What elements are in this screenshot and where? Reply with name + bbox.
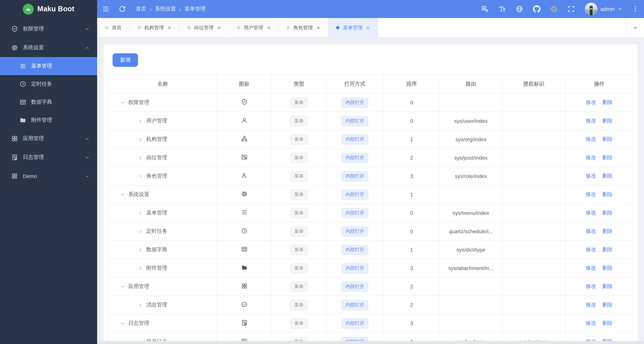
open-mode-badge: 内部打开 [341,300,368,310]
sort-value: 3 [384,314,440,332]
sidebar-item-app[interactable]: 应用管理 [0,129,97,148]
edit-link[interactable]: 修改 [586,301,596,307]
chevron-right-icon[interactable] [138,118,143,123]
tab-status-dot [138,26,141,29]
app-title: Maku Boot [37,5,74,13]
translate-icon[interactable] [481,5,489,13]
app-grid-icon [11,135,18,142]
edit-link[interactable]: 修改 [586,136,596,142]
delete-link[interactable]: 删除 [602,154,613,160]
globe-icon[interactable] [516,5,523,13]
tab-user[interactable]: 用户管理× [229,18,279,37]
sidebar-item-menu[interactable]: 菜单管理 [0,57,97,75]
sidebar-item-schedule[interactable]: 定时任务 [0,75,97,93]
sidebar-item-demo[interactable]: Demo [0,167,97,186]
gear-icon [241,191,247,197]
delete-link[interactable]: 删除 [602,191,613,197]
sidebar-item-log[interactable]: 日志管理 [0,148,97,167]
message-icon [241,301,247,307]
type-badge: 菜单 [290,208,308,218]
chevron-right-icon[interactable] [138,266,143,271]
menu-table: 名称图标类型打开方式排序路由授权标识操作 权限管理菜单内部打开0修改删除用户管理… [108,74,633,344]
sidebar-item-perms[interactable]: 权限管理 [0,20,97,38]
edit-link[interactable]: 修改 [586,320,596,326]
sidebar-item-attachment[interactable]: 附件管理 [0,111,97,129]
sidebar-item-system[interactable]: 系统设置 [0,38,97,57]
edit-link[interactable]: 修改 [586,191,596,197]
gitee-icon[interactable] [550,5,558,13]
chevron-right-icon[interactable] [138,229,143,234]
route-value: sys/org/index [440,130,502,148]
delete-link[interactable]: 删除 [602,265,613,271]
breadcrumb-separator: › [179,6,181,12]
horizontal-scrollbar[interactable] [97,341,644,344]
close-icon[interactable]: × [217,25,221,31]
delete-link[interactable]: 删除 [602,246,613,252]
chevron-up-icon [85,45,90,50]
delete-link[interactable]: 删除 [602,320,613,326]
delete-link[interactable]: 删除 [602,136,613,142]
chevron-right-icon[interactable] [138,174,143,179]
sort-value: 3 [384,259,440,277]
delete-link[interactable]: 删除 [602,228,613,234]
edit-link[interactable]: 修改 [586,210,596,216]
route-value [440,277,502,296]
chevron-down-icon [85,27,90,31]
sidebar-item-dict[interactable]: 数据字典 [0,93,97,111]
menu-name: 定时任务 [146,228,167,235]
close-icon[interactable]: × [366,25,370,31]
chevron-right-icon[interactable] [138,155,143,160]
close-icon[interactable]: × [267,25,270,31]
menu-name: 机构管理 [146,136,167,143]
tab-home[interactable]: 首页 [97,18,130,37]
delete-link[interactable]: 删除 [602,118,613,124]
kebab-menu-icon[interactable] [633,6,638,13]
add-button[interactable]: 新增 [112,53,138,67]
edit-link[interactable]: 修改 [586,118,596,124]
edit-link[interactable]: 修改 [586,265,596,271]
tab-menu[interactable]: 菜单管理× [328,18,378,37]
table-row: 消息管理菜单内部打开2修改删除 [108,296,633,314]
menu-fold-icon[interactable] [102,5,110,13]
close-icon[interactable]: × [316,25,320,31]
user-menu[interactable]: admin [585,3,622,16]
chevron-down-icon[interactable] [120,192,125,197]
demo-grid-icon [11,173,18,180]
tab-role[interactable]: 角色管理× [279,18,328,37]
edit-link[interactable]: 修改 [586,228,596,234]
delete-link[interactable]: 删除 [602,283,613,289]
font-size-icon[interactable] [498,5,506,13]
chevron-down-icon[interactable] [120,321,125,326]
breadcrumb-home[interactable]: 首页 [136,6,146,13]
chevron-right-icon[interactable] [138,211,143,215]
chevron-right-icon[interactable] [138,302,143,307]
auth-value [502,259,566,277]
delete-link[interactable]: 删除 [602,301,613,307]
tab-org[interactable]: 机构管理× [130,18,180,37]
tab-status-dot [105,26,108,29]
tabbar-dropdown-button[interactable] [626,18,644,37]
github-icon[interactable] [533,5,540,13]
edit-link[interactable]: 修改 [586,283,596,289]
menu-name: 消息管理 [146,301,167,308]
dict-table-icon [20,99,26,106]
delete-link[interactable]: 删除 [602,173,613,179]
chevron-right-icon[interactable] [138,247,143,252]
edit-link[interactable]: 修改 [586,99,596,105]
edit-link[interactable]: 修改 [586,154,596,160]
chevron-down-icon[interactable] [120,100,125,105]
avatar[interactable] [585,3,598,16]
close-icon[interactable]: × [168,25,171,31]
edit-link[interactable]: 修改 [586,246,596,252]
type-badge: 菜单 [290,116,308,126]
delete-link[interactable]: 删除 [602,99,613,105]
chevron-down-icon [85,136,90,141]
edit-link[interactable]: 修改 [586,173,596,179]
chevron-right-icon[interactable] [138,137,143,142]
tab-post[interactable]: 岗位管理× [180,18,229,37]
delete-link[interactable]: 删除 [602,210,613,216]
fullscreen-icon[interactable] [568,5,575,13]
chevron-down-icon[interactable] [120,284,125,289]
breadcrumb-system[interactable]: 系统设置 [155,6,176,13]
refresh-icon[interactable] [118,5,126,13]
